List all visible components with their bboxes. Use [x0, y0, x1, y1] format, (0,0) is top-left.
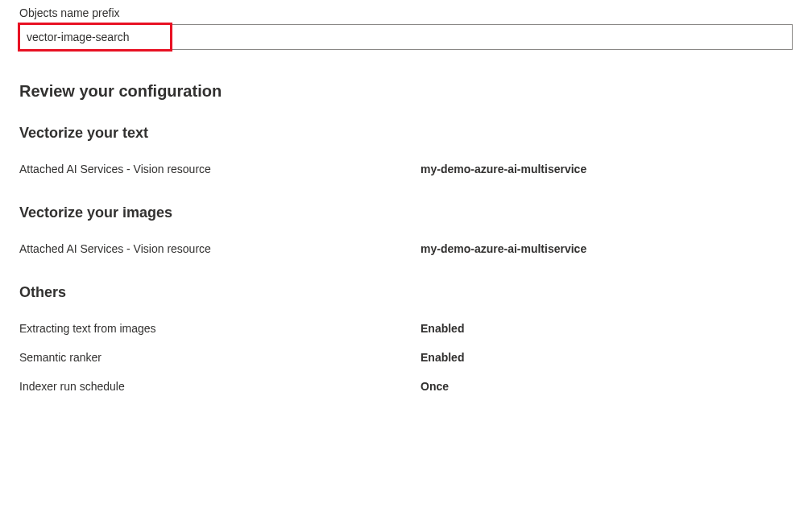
config-row: Attached AI Services - Vision resource m…: [19, 163, 793, 175]
review-heading: Review your configuration: [19, 82, 793, 101]
config-label: Indexer run schedule: [19, 380, 420, 393]
config-value: Enabled: [420, 322, 464, 335]
config-label: Extracting text from images: [19, 322, 420, 335]
config-label: Semantic ranker: [19, 351, 420, 364]
config-label: Attached AI Services - Vision resource: [19, 242, 420, 255]
prefix-label: Objects name prefix: [19, 6, 793, 19]
prefix-input-wrap: [19, 24, 793, 50]
section-vectorize-images: Vectorize your images Attached AI Servic…: [19, 204, 793, 255]
config-row: Indexer run schedule Once: [19, 380, 793, 393]
config-value: my-demo-azure-ai-multiservice: [420, 242, 586, 255]
section-heading: Vectorize your text: [19, 125, 793, 142]
section-heading: Vectorize your images: [19, 204, 793, 221]
prefix-field-group: Objects name prefix: [19, 6, 793, 50]
section-heading: Others: [19, 284, 793, 301]
config-label: Attached AI Services - Vision resource: [19, 163, 420, 175]
config-value: Enabled: [420, 351, 464, 364]
config-row: Semantic ranker Enabled: [19, 351, 793, 364]
section-vectorize-text: Vectorize your text Attached AI Services…: [19, 125, 793, 175]
config-row: Attached AI Services - Vision resource m…: [19, 242, 793, 255]
config-value: my-demo-azure-ai-multiservice: [420, 163, 586, 175]
config-row: Extracting text from images Enabled: [19, 322, 793, 335]
section-others: Others Extracting text from images Enabl…: [19, 284, 793, 393]
objects-name-prefix-input[interactable]: [19, 24, 793, 50]
config-value: Once: [420, 380, 449, 393]
